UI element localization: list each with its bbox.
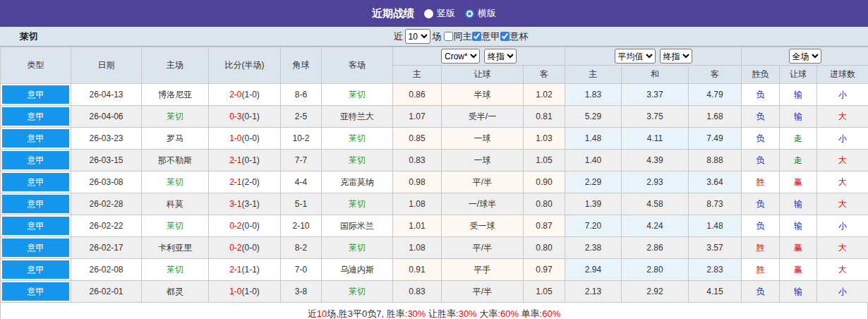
corner-cell: 2-10	[281, 215, 322, 237]
odds-group-col-2: 客	[524, 66, 565, 84]
corner-cell: 2-5	[281, 106, 322, 128]
date-cell: 26-02-22	[71, 215, 142, 237]
score-cell: 0-2(0-0)	[209, 215, 281, 237]
filter-check-0[interactable]: 同主	[444, 30, 472, 43]
winloss-cell: 负	[742, 215, 780, 237]
score-cell: 2-0(1-0)	[209, 84, 281, 106]
avg-home-cell: 2.38	[565, 237, 622, 259]
match-count-select[interactable]: 10	[405, 29, 430, 44]
league-cell: 意甲	[1, 215, 71, 237]
checkbox-意杯[interactable]	[500, 32, 510, 41]
winloss-cell: 负	[742, 84, 780, 106]
handicap-cell: 一球	[442, 150, 524, 171]
radio-label: 横版	[478, 7, 496, 20]
corner-cell: 7-0	[281, 259, 322, 281]
away-team-cell: 克雷莫纳	[322, 171, 393, 193]
checkbox-同主[interactable]	[444, 32, 453, 41]
avg-away-cell: 2.83	[689, 259, 742, 281]
result-group-col-2: 进球数	[817, 66, 868, 84]
league-badge: 意甲	[2, 85, 69, 104]
summary-value: 30%	[407, 308, 426, 319]
odds-group-select-0[interactable]: Crow*	[441, 49, 480, 64]
filter-check-2[interactable]: 意杯	[500, 30, 529, 43]
home-team-cell: 都灵	[142, 281, 209, 303]
layout-radio-horizontal[interactable]: 横版	[465, 7, 496, 20]
avg-home-cell: 7.20	[565, 215, 622, 237]
corner-cell: 3-8	[281, 281, 322, 303]
result-group-col-1: 让球	[780, 66, 817, 84]
fulltime-score: 0-2	[229, 243, 241, 253]
league-cell: 意甲	[1, 281, 71, 303]
odds-away-cell: 0.80	[524, 193, 565, 215]
halftime-score: (1-0)	[242, 90, 260, 100]
handicap-result-cell: 输	[780, 84, 817, 106]
avg-draw-cell: 4.24	[622, 215, 689, 237]
league-filter-checkboxes: 同主意甲意杯	[444, 30, 529, 43]
fulltime-score: 2-0	[229, 90, 241, 100]
handicap-result-cell: 赢	[780, 237, 817, 259]
handicap-cell: 受一球	[442, 215, 524, 237]
odds-home-cell: 1.08	[393, 193, 442, 215]
away-team-cell: 莱切	[322, 281, 393, 303]
goals-result-cell: 小	[817, 281, 868, 303]
date-cell: 26-04-06	[71, 106, 142, 128]
panel-title: 近期战绩	[372, 7, 414, 20]
filter-check-1[interactable]: 意甲	[472, 30, 500, 43]
league-badge: 意甲	[2, 282, 69, 301]
match-row: 意甲26-04-13博洛尼亚2-0(1-0)8-6莱切0.86半球1.021.8…	[1, 84, 868, 106]
avg-draw-cell: 4.11	[622, 128, 689, 150]
score-cell: 2-1(0-1)	[209, 150, 281, 171]
score-cell: 2-1(2-0)	[209, 171, 281, 193]
corner-cell: 5-1	[281, 193, 322, 215]
col-header-2: 主场	[142, 47, 209, 84]
fulltime-score: 1-0	[229, 133, 241, 143]
goals-result-cell: 大	[817, 259, 868, 281]
odds-away-cell: 0.80	[524, 237, 565, 259]
winloss-cell: 负	[742, 281, 780, 303]
odds-home-cell: 1.01	[393, 215, 442, 237]
avg-draw-cell: 2.92	[622, 281, 689, 303]
match-row: 意甲26-02-01都灵1-0(1-0)3-8莱切0.83平/半1.052.13…	[1, 281, 868, 303]
goals-result-cell: 大	[817, 171, 868, 193]
handicap-cell: 平手	[442, 259, 524, 281]
match-row: 意甲26-02-28科莫3-1(3-1)5-1莱切1.08一/球半0.801.3…	[1, 193, 868, 215]
score-cell: 0-3(0-1)	[209, 106, 281, 128]
halftime-score: (0-0)	[242, 221, 260, 231]
goals-result-cell: 大	[817, 106, 868, 128]
avg-group-select-1[interactable]: 终指	[660, 49, 692, 64]
avg-group-select-0[interactable]: 平均值	[615, 49, 656, 64]
avg-away-cell: 8.88	[689, 150, 742, 171]
avg-draw-cell: 4.58	[622, 193, 689, 215]
avg-draw-cell: 3.37	[622, 84, 689, 106]
layout-radio-group: 竖版横版	[424, 7, 496, 20]
result-group-col-0: 胜负	[742, 66, 780, 84]
handicap-cell: 半球	[442, 84, 524, 106]
date-cell: 26-03-08	[71, 171, 142, 193]
results-table: 类型日期主场比分(半场)角球客场Crow*终指平均值终指全场 主让球客主和客胜负…	[0, 47, 868, 303]
result-group-select-0[interactable]: 全场	[789, 49, 821, 64]
winloss-cell: 负	[742, 106, 780, 128]
checkbox-意甲[interactable]	[472, 32, 481, 41]
handicap-cell: 受半/一	[442, 106, 524, 128]
summary-label: 大率:	[477, 308, 500, 319]
away-team-cell: 亚特兰大	[322, 106, 393, 128]
near-label: 近	[394, 30, 403, 43]
odds-home-cell: 0.83	[393, 150, 442, 171]
fulltime-score: 2-1	[229, 155, 241, 165]
home-team-cell: 莱切	[142, 215, 209, 237]
score-cell: 3-1(3-1)	[209, 193, 281, 215]
halftime-score: (0-0)	[242, 243, 260, 253]
date-cell: 26-04-13	[71, 84, 142, 106]
avg-home-cell: 1.48	[565, 128, 622, 150]
date-cell: 26-03-15	[71, 150, 142, 171]
odds-away-cell: 1.02	[524, 84, 565, 106]
league-badge: 意甲	[2, 151, 69, 169]
recent-results-panel: 近期战绩 竖版横版 莱切 近 10 场 同主意甲意杯 类型日期主场比分(半场)角…	[0, 0, 868, 319]
radio-icon	[465, 9, 474, 18]
avg-draw-cell: 3.75	[622, 106, 689, 128]
league-cell: 意甲	[1, 171, 71, 193]
handicap-result-cell: 输	[780, 106, 817, 128]
home-team-cell: 卡利亚里	[142, 237, 209, 259]
layout-radio-vertical[interactable]: 竖版	[424, 7, 455, 20]
odds-group-select-1[interactable]: 终指	[484, 49, 517, 64]
